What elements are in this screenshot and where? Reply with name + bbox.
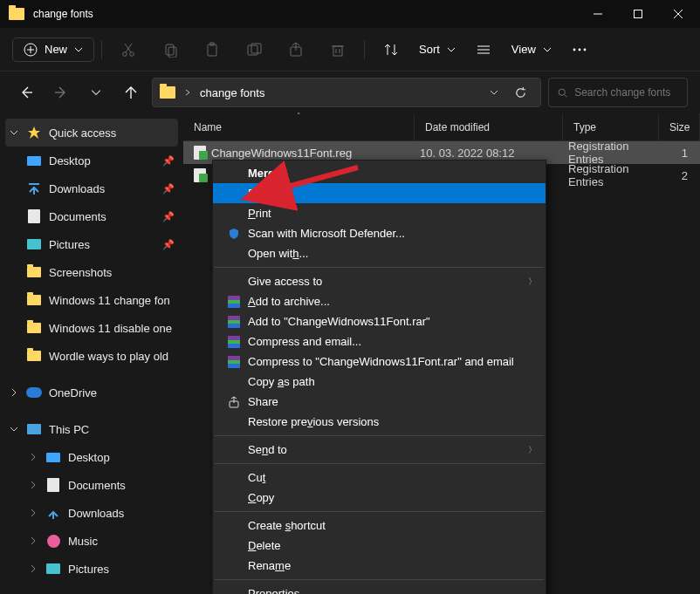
address-bar[interactable]: change fonts [152,78,541,107]
nav-row: change fonts [0,72,700,113]
new-label: New [45,43,67,56]
paste-button[interactable] [193,34,231,65]
sort-label: Sort [419,43,440,56]
view-label-group[interactable]: View [506,43,557,56]
close-button[interactable] [658,0,698,28]
chevron-right-icon [30,536,37,545]
sidebar-onedrive[interactable]: OneDrive [0,379,183,406]
breadcrumb[interactable]: change fonts [200,86,264,99]
ctx-sendto[interactable]: Send to〉 [213,440,546,460]
svg-rect-11 [166,44,174,55]
ctx-giveaccess[interactable]: Give access to〉 [213,271,546,291]
sidebar-pc-desktop[interactable]: Desktop [0,443,183,471]
refresh-button[interactable] [507,86,533,99]
sidebar-item-win11change[interactable]: Windows 11 change fon [0,286,183,314]
sidebar-item-desktop[interactable]: Desktop📌 [0,147,183,174]
svg-point-33 [559,89,565,95]
sidebar-pc-music[interactable]: Music [0,527,183,555]
chevron-down-icon[interactable] [490,88,498,97]
sort-indicator-icon: ˄ [297,112,301,120]
sidebar-item-downloads[interactable]: Downloads📌 [0,174,183,202]
up-button[interactable] [117,79,145,106]
sort-label-group[interactable]: Sort [414,43,461,56]
ctx-share[interactable]: Share [213,392,546,412]
svg-marker-35 [28,126,40,139]
separator [364,40,365,59]
sidebar-label: Quick access [49,126,116,140]
folder-icon [27,267,41,277]
plus-circle-icon [24,43,38,57]
svg-point-29 [583,48,586,51]
view-icon [476,42,491,58]
sidebar-label: Desktop [68,451,110,464]
share-button[interactable] [277,34,315,65]
sidebar-pc-downloads[interactable]: Downloads [0,499,183,527]
ctx-copy[interactable]: Copy [213,488,546,508]
sidebar: Quick access Desktop📌 Downloads📌 Documen… [0,113,183,594]
sidebar-thispc[interactable]: This PC [0,415,183,443]
minimize-button[interactable] [578,0,618,28]
sort-button[interactable] [372,34,410,65]
ctx-compressemail[interactable]: Compress and email... [213,331,546,352]
copy-button[interactable] [151,34,189,65]
back-button[interactable] [12,79,40,106]
sidebar-item-screenshots[interactable]: Screenshots [0,258,183,286]
separator [215,511,544,512]
window-title: change fonts [33,8,578,20]
sidebar-label: Downloads [68,507,124,520]
svg-line-34 [565,94,566,96]
ctx-edit[interactable]: Edit [213,183,546,203]
chevron-right-icon [30,564,37,573]
sidebar-item-pictures[interactable]: Pictures📌 [0,230,183,258]
ctx-properties[interactable]: Properties [213,584,546,594]
ctx-shortcut[interactable]: Create shortcut [213,515,546,536]
delete-button[interactable] [319,34,357,65]
sidebar-pc-documents[interactable]: Documents [0,471,183,499]
folder-icon [27,323,41,333]
search-box[interactable] [548,78,688,107]
cloud-icon [26,387,42,398]
sidebar-label: Windows 11 change fon [49,294,170,307]
column-size[interactable]: Size [659,113,700,140]
maximize-button[interactable] [618,0,658,28]
more-button[interactable] [560,34,599,65]
ctx-scan[interactable]: Scan with Microsoft Defender... [213,223,546,243]
ctx-rename[interactable]: Rename [213,556,546,576]
archive-icon [228,356,240,368]
column-type[interactable]: Type [563,113,659,140]
ctx-openwith[interactable]: Open with... [213,243,546,263]
pin-icon: 📌 [162,211,175,222]
documents-icon [47,478,59,492]
ctx-delete[interactable]: Delete [213,536,546,556]
ctx-compressto[interactable]: Compress to "ChangeWidnows11Font.rar" an… [213,352,546,372]
column-date[interactable]: Date modified [415,113,563,140]
rename-button[interactable] [235,34,273,65]
ctx-restore[interactable]: Restore previous versions [213,412,546,432]
recent-button[interactable] [82,79,110,106]
chevron-down-icon [10,425,18,434]
pictures-icon [27,239,41,249]
ctx-print[interactable]: Print [213,203,546,223]
ctx-addto[interactable]: Add to "ChangeWidnows11Font.rar" [213,311,546,331]
new-button[interactable]: New [12,38,94,62]
ctx-copypath[interactable]: Copy as path [213,372,546,392]
sidebar-quick-access[interactable]: Quick access [5,119,178,147]
search-input[interactable] [574,86,678,99]
forward-button[interactable] [47,79,75,106]
ctx-merge[interactable]: Merge [213,163,546,183]
sidebar-label: Screenshots [49,266,112,279]
sidebar-label: Wordle ways to play old [49,350,168,363]
file-size: 2 [659,169,700,182]
chevron-right-icon: 〉 [528,276,537,288]
sidebar-pc-pictures[interactable]: Pictures [0,555,183,583]
sidebar-item-documents[interactable]: Documents📌 [0,202,183,230]
cut-button[interactable] [109,34,148,65]
pin-icon: 📌 [162,239,175,250]
ctx-cut[interactable]: Cut [213,468,546,488]
sidebar-label: Downloads [49,182,105,195]
view-button[interactable] [464,34,503,65]
file-type: Registration Entries [563,162,659,188]
sidebar-item-wordle[interactable]: Wordle ways to play old [0,342,183,370]
sidebar-item-win11disable[interactable]: Windows 11 disable one [0,314,183,342]
ctx-addarchive[interactable]: Add to archive... [213,291,546,311]
